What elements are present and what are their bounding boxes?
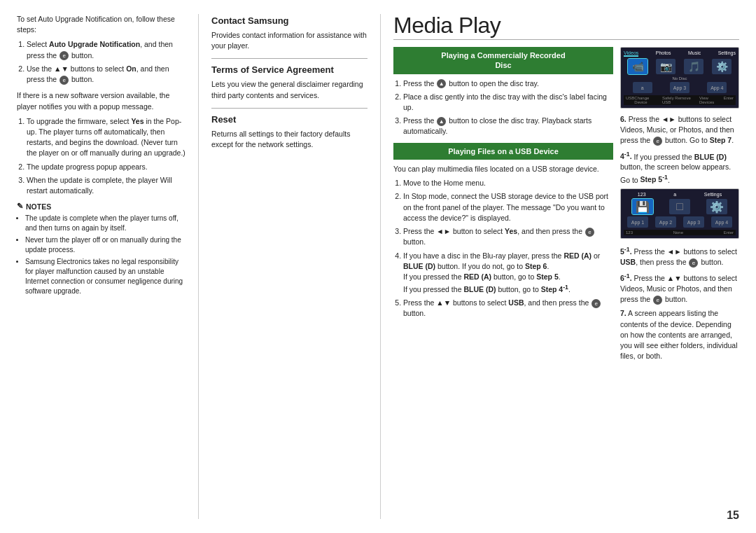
left-column: To set Auto Upgrade Notification on, fol… [17, 14, 199, 519]
device1-app3: App 3 [670, 82, 690, 93]
right-step-61: 6-1. Press the ▲▼ buttons to select Vide… [620, 271, 739, 305]
device1-enter-label: Enter [724, 96, 734, 104]
note-1: The update is complete when the player t… [25, 214, 186, 233]
section2-header: Playing Files on a USB Device [393, 143, 613, 160]
s1-step-1: Press the ▲ button to open the disc tray… [403, 78, 613, 89]
device2-usb-icon: 💾 [632, 199, 653, 214]
s2-step-2: In Stop mode, connect the USB storage de… [403, 191, 613, 223]
device1-tab-videos: Videos [624, 50, 638, 57]
section1-steps: Press the ▲ button to open the disc tray… [393, 78, 613, 137]
device1-usb-label: USB [626, 96, 634, 104]
tos-body: Lets you view the general disclaimer reg… [211, 79, 368, 100]
right-inner-right: Videos Photos Music Settings 📹 📷 🎵 ⚙️ No… [620, 47, 739, 366]
steps-list-2: To upgrade the firmware, select Yes in t… [17, 116, 186, 197]
device1-bottom-bar: USB Change Device Safely Remove USB View… [624, 95, 736, 105]
right-inner-left: Playing a Commercially Recorded Disc Pre… [393, 47, 613, 366]
device2-tabs: 123 a Settings [624, 192, 736, 197]
device-screen-2: 123 a Settings 💾 □ ⚙️ App 1 App 2 App 3 … [620, 188, 739, 239]
contact-title: Contact Samsung [211, 15, 368, 26]
s2-step-4: If you have a disc in the Blu-ray player… [403, 251, 613, 295]
right-step-7: 7. A screen appears listing the contents… [620, 308, 739, 361]
section1-header: Playing a Commercially Recorded Disc [393, 47, 613, 74]
tos-title: Terms of Service Agreement [211, 64, 368, 75]
device1-tab-music: Music [688, 50, 701, 57]
right-step-41: 4-1. If you pressed the BLUE (D) button,… [620, 150, 739, 186]
device2-settings-icon: ⚙️ [706, 199, 727, 214]
device1-app4: App 4 [707, 82, 727, 93]
divider-1 [211, 58, 368, 59]
device1-change-label: Change Device [634, 96, 662, 104]
device1-view-label: View Devices [699, 96, 724, 104]
step-1a: Select Auto Upgrade Notification, and th… [27, 39, 186, 60]
notes-list: The update is complete when the player t… [17, 214, 186, 296]
right-step-6: 6. Press the ◄► buttons to select Videos… [620, 114, 739, 146]
device2-tab-a: a [673, 192, 676, 197]
device2-blank-icon: □ [669, 199, 690, 214]
para-1: If there is a new software version avail… [17, 90, 186, 111]
device2-tab-settings: Settings [704, 192, 722, 197]
page-title-area: Media Play [393, 14, 739, 40]
device1-icons: 📹 📷 🎵 ⚙️ [624, 59, 736, 74]
section2-intro: You can play multimedia files located on… [393, 164, 613, 174]
device2-app1: App 1 [627, 216, 648, 228]
right-column: Media Play Playing a Commercially Record… [381, 14, 739, 519]
device1-video-icon: 📹 [628, 59, 648, 74]
divider-2 [211, 108, 368, 109]
device1-row2: a App 3 App 4 [624, 82, 736, 93]
device2-app3: App 3 [683, 216, 704, 228]
middle-column: Contact Samsung Provides contact informa… [199, 14, 381, 519]
device1-safely-label: Safely Remove USB [662, 96, 699, 104]
steps-list-1: Select Auto Upgrade Notification, and th… [17, 39, 186, 85]
device2-none-label: None [673, 230, 683, 235]
device1-tab-photos: Photos [656, 50, 671, 57]
page-number: 15 [727, 509, 739, 522]
note-2: Never turn the player off or on manually… [25, 235, 186, 255]
device1-settings-icon: ⚙️ [712, 59, 732, 74]
pencil-icon: ✎ [17, 202, 23, 211]
step-2a: Use the ▲▼ buttons to select On, and the… [27, 64, 186, 85]
s2-step-5: Press the ▲▼ buttons to select USB, and … [403, 298, 613, 319]
device2-app4: App 4 [711, 216, 732, 228]
section2-steps: Move to the Home menu. In Stop mode, con… [393, 178, 613, 319]
notes-header: ✎ NOTES [17, 202, 186, 211]
device2-bottom-bar: 123 None Enter [624, 230, 736, 235]
device1-photo-icon: 📷 [656, 59, 676, 74]
device-screen-1: Videos Photos Music Settings 📹 📷 🎵 ⚙️ No… [620, 47, 739, 109]
device2-123-label: 123 [626, 230, 633, 235]
device2-app2: App 2 [655, 216, 676, 228]
device2-enter-label: Enter [724, 230, 734, 235]
device1-no-disc: No Disc [624, 76, 736, 81]
page-title: Media Play [393, 14, 500, 36]
reset-body: Returns all settings to their factory de… [211, 129, 368, 150]
contact-body: Provides contact information for assista… [211, 30, 368, 51]
step-1b: To upgrade the firmware, select Yes in t… [27, 116, 186, 159]
note-3: Samsung Electronics takes no legal respo… [25, 257, 186, 296]
device2-icons: 💾 □ ⚙️ [624, 199, 736, 214]
step-2b: The update progress popup appears. [27, 162, 186, 172]
reset-title: Reset [211, 114, 368, 125]
s2-step-1: Move to the Home menu. [403, 178, 613, 188]
s1-step-2: Place a disc gently into the disc tray w… [403, 92, 613, 113]
device1-tabs: Videos Photos Music Settings [624, 50, 736, 57]
s1-step-3: Press the ▲ button to close the disc tra… [403, 116, 613, 137]
device2-tab-123: 123 [638, 192, 646, 197]
right-step-51: 5-1. Press the ◄► buttons to select USB,… [620, 244, 739, 268]
device1-music-icon: 🎵 [684, 59, 704, 74]
right-inner: Playing a Commercially Recorded Disc Pre… [393, 47, 739, 366]
device1-tab-settings: Settings [718, 50, 736, 57]
intro-text: To set Auto Upgrade Notification on, fol… [17, 14, 186, 35]
device1-app-a: a [633, 82, 652, 93]
step-3b: When the update is complete, the player … [27, 175, 186, 196]
s2-step-3: Press the ◄► button to select Yes, and t… [403, 226, 613, 247]
device2-row2: App 1 App 2 App 3 App 4 [624, 216, 736, 228]
